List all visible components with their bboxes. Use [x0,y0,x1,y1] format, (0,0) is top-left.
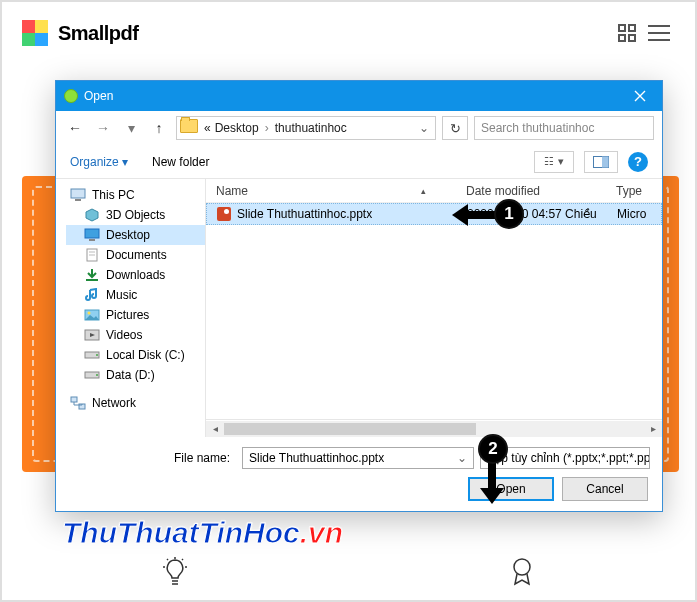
tree-videos[interactable]: Videos [66,325,205,345]
annotation-badge-1: 1 [494,199,524,229]
view-mode-button[interactable]: ☷ ▾ [534,151,574,173]
brand-logo [22,20,48,46]
menu-icon[interactable] [643,17,675,49]
col-date[interactable]: Date modified [456,184,606,198]
preview-pane-icon [593,156,609,168]
tree-local-disk-c[interactable]: Local Disk (C:) [66,345,205,365]
close-icon [634,90,646,102]
tree-this-pc[interactable]: This PC [66,185,205,205]
filter-text: Tệp tùy chỉnh (*.pptx;*.ppt;*.pp [487,451,650,465]
nav-recent-button[interactable]: ▾ [120,117,142,139]
cancel-button[interactable]: Cancel [562,477,648,501]
new-folder-button[interactable]: New folder [152,155,209,169]
file-list: Name▴ Date modified Type Slide Thuthuatt… [206,179,662,437]
breadcrumb-prefix: « [202,121,213,135]
file-open-dialog: Open ← → ▾ ↑ « Desktop › thuthuatinhoc ⌄… [55,80,663,512]
organize-menu[interactable]: Organize ▾ [70,155,128,169]
footer-icons [2,554,695,594]
tree-downloads[interactable]: Downloads [66,265,205,285]
svg-rect-3 [75,199,81,201]
close-button[interactable] [618,81,662,111]
preview-pane-button[interactable] [584,151,618,173]
watermark-main: ThuThuatTinHoc [62,516,300,549]
scroll-right-button[interactable]: ▸ [644,421,662,437]
command-bar: Organize ▾ New folder ☷ ▾ ? [56,145,662,179]
tree-documents[interactable]: Documents [66,245,205,265]
file-row[interactable]: Slide Thuthuattinhoc.pptx 2020-05-20 04:… [206,203,662,225]
search-input[interactable]: Search thuthuatinhoc [474,116,654,140]
svg-point-21 [514,559,530,575]
tree-pictures[interactable]: Pictures [66,305,205,325]
award-icon[interactable] [508,556,536,592]
tree-3d-objects[interactable]: 3D Objects [66,205,205,225]
idea-icon[interactable] [161,556,189,592]
annotation-arrow-2 [480,458,504,504]
column-headers: Name▴ Date modified Type [206,179,662,203]
dialog-title: Open [84,89,113,103]
breadcrumb[interactable]: thuthuatinhoc [273,121,349,135]
svg-rect-1 [602,156,609,167]
svg-marker-4 [86,209,98,221]
filename-input[interactable]: Slide Thuthuattinhoc.pptx ⌄ [242,447,474,469]
file-type: Micro [607,207,661,221]
address-dropdown-icon[interactable]: ⌄ [413,121,435,135]
col-name[interactable]: Name▴ [206,184,456,198]
col-type[interactable]: Type [606,184,662,198]
tree-network[interactable]: Network [66,393,205,413]
svg-point-12 [88,312,91,315]
filename-dropdown-icon[interactable]: ⌄ [457,451,467,465]
nav-tree: This PC 3D Objects Desktop Documents Dow… [56,179,206,437]
help-button[interactable]: ? [628,152,648,172]
filename-label: File name: [68,451,236,465]
chevron-right-icon: › [261,121,273,135]
watermark-ext: .vn [300,516,343,549]
dialog-app-icon [64,89,78,103]
svg-rect-6 [89,239,95,241]
horizontal-scrollbar[interactable]: ◂ ▸ [206,419,662,437]
tree-music[interactable]: Music [66,285,205,305]
nav-forward-button[interactable]: → [92,117,114,139]
watermark: ThuThuatTinHoc.vn [62,516,343,550]
sort-asc-icon: ▴ [421,186,426,196]
brand-name: Smallpdf [58,22,138,45]
pptx-file-icon [217,207,231,221]
svg-rect-2 [71,189,85,198]
scroll-thumb[interactable] [224,423,476,435]
scroll-left-button[interactable]: ◂ [206,421,224,437]
search-placeholder: Search thuthuatinhoc [481,121,594,135]
refresh-button[interactable]: ↻ [442,116,468,140]
svg-rect-10 [86,279,98,281]
folder-icon [180,119,198,133]
nav-back-button[interactable]: ← [64,117,86,139]
dialog-footer: File name: Slide Thuthuattinhoc.pptx ⌄ T… [56,437,662,511]
tree-data-d[interactable]: Data (D:) [66,365,205,385]
filename-value: Slide Thuthuattinhoc.pptx [249,451,384,465]
file-name: Slide Thuthuattinhoc.pptx [237,207,372,221]
address-bar[interactable]: « Desktop › thuthuatinhoc ⌄ [176,116,436,140]
svg-rect-19 [71,397,77,402]
app-header: Smallpdf [2,2,695,60]
dialog-titlebar: Open [56,81,662,111]
svg-rect-5 [85,229,99,238]
nav-up-button[interactable]: ↑ [148,117,170,139]
annotation-badge-2: 2 [478,434,508,464]
breadcrumb[interactable]: Desktop [213,121,261,135]
tree-desktop[interactable]: Desktop [66,225,205,245]
nav-row: ← → ▾ ↑ « Desktop › thuthuatinhoc ⌄ ↻ Se… [56,111,662,145]
svg-point-18 [96,374,98,376]
svg-point-16 [96,354,98,356]
apps-grid-icon[interactable] [611,17,643,49]
